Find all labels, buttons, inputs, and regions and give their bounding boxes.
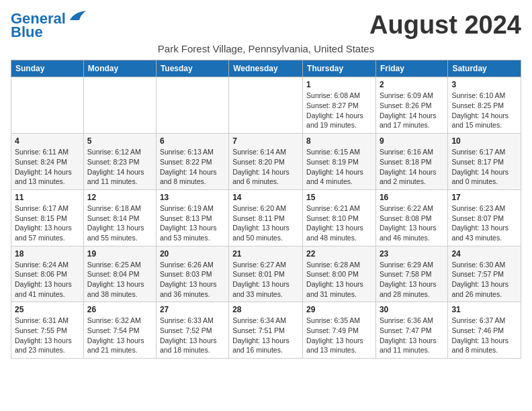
day-cell [229,77,303,134]
day-cell: 29Sunrise: 6:35 AMSunset: 7:49 PMDayligh… [303,302,376,359]
day-info: Sunrise: 6:34 AMSunset: 7:51 PMDaylight:… [232,316,299,355]
day-info: Sunrise: 6:17 AMSunset: 8:17 PMDaylight:… [451,147,517,187]
logo: General Blue [11,11,86,40]
day-cell: 1Sunrise: 6:08 AMSunset: 8:27 PMDaylight… [303,77,376,134]
day-cell: 10Sunrise: 6:17 AMSunset: 8:17 PMDayligh… [448,134,521,190]
calendar-table: SundayMondayTuesdayWednesdayThursdayFrid… [11,60,521,359]
day-number: 3 [451,80,517,89]
day-info: Sunrise: 6:30 AMSunset: 7:57 PMDaylight:… [451,260,517,300]
day-number: 4 [15,136,80,146]
day-cell: 19Sunrise: 6:25 AMSunset: 8:04 PMDayligh… [83,246,156,302]
day-info: Sunrise: 6:15 AMSunset: 8:19 PMDaylight:… [306,147,372,187]
day-number: 18 [15,249,80,259]
col-header-wednesday: Wednesday [229,60,303,77]
day-cell: 21Sunrise: 6:27 AMSunset: 8:01 PMDayligh… [229,246,303,302]
day-cell: 3Sunrise: 6:10 AMSunset: 8:25 PMDaylight… [448,77,521,134]
day-info: Sunrise: 6:09 AMSunset: 8:26 PMDaylight:… [380,91,444,130]
day-cell: 25Sunrise: 6:31 AMSunset: 7:55 PMDayligh… [11,302,84,359]
day-cell: 15Sunrise: 6:21 AMSunset: 8:10 PMDayligh… [303,189,376,246]
day-cell: 28Sunrise: 6:34 AMSunset: 7:51 PMDayligh… [229,302,303,359]
logo-text-blue: Blue [11,24,43,40]
day-info: Sunrise: 6:24 AMSunset: 8:06 PMDaylight:… [15,260,80,300]
day-cell: 17Sunrise: 6:23 AMSunset: 8:07 PMDayligh… [448,189,521,246]
col-header-friday: Friday [375,60,447,77]
logo-bird-icon [67,11,86,23]
day-cell: 18Sunrise: 6:24 AMSunset: 8:06 PMDayligh… [11,246,84,302]
week-row-5: 25Sunrise: 6:31 AMSunset: 7:55 PMDayligh… [11,302,521,359]
day-number: 15 [306,193,372,202]
day-number: 25 [15,305,80,314]
location-title: Park Forest Village, Pennsylvania, Unite… [11,43,521,54]
day-cell: 7Sunrise: 6:14 AMSunset: 8:20 PMDaylight… [229,134,303,190]
day-number: 31 [451,305,517,314]
day-number: 26 [87,305,152,314]
day-cell: 4Sunrise: 6:11 AMSunset: 8:24 PMDaylight… [11,134,84,190]
day-cell: 14Sunrise: 6:20 AMSunset: 8:11 PMDayligh… [229,189,303,246]
week-row-2: 4Sunrise: 6:11 AMSunset: 8:24 PMDaylight… [11,134,521,190]
day-info: Sunrise: 6:27 AMSunset: 8:01 PMDaylight:… [232,260,299,300]
day-cell: 9Sunrise: 6:16 AMSunset: 8:18 PMDaylight… [375,134,447,190]
day-info: Sunrise: 6:29 AMSunset: 7:58 PMDaylight:… [380,260,444,300]
day-number: 20 [160,249,225,259]
col-header-sunday: Sunday [11,60,84,77]
day-cell: 30Sunrise: 6:36 AMSunset: 7:47 PMDayligh… [375,302,447,359]
day-info: Sunrise: 6:35 AMSunset: 7:49 PMDaylight:… [306,316,372,355]
day-cell: 26Sunrise: 6:32 AMSunset: 7:54 PMDayligh… [83,302,156,359]
header: General Blue August 2024 [11,11,521,40]
day-cell: 11Sunrise: 6:17 AMSunset: 8:15 PMDayligh… [11,189,84,246]
day-number: 24 [451,249,517,259]
day-info: Sunrise: 6:23 AMSunset: 8:07 PMDaylight:… [451,203,517,243]
day-cell [83,77,156,134]
day-info: Sunrise: 6:22 AMSunset: 8:08 PMDaylight:… [380,203,444,243]
day-cell [11,77,84,134]
col-header-tuesday: Tuesday [156,60,228,77]
week-row-4: 18Sunrise: 6:24 AMSunset: 8:06 PMDayligh… [11,246,521,302]
day-number: 6 [160,136,225,146]
day-number: 16 [380,193,444,202]
day-info: Sunrise: 6:31 AMSunset: 7:55 PMDaylight:… [15,316,80,355]
day-info: Sunrise: 6:21 AMSunset: 8:10 PMDaylight:… [306,203,372,243]
day-info: Sunrise: 6:16 AMSunset: 8:18 PMDaylight:… [380,147,444,187]
day-cell: 13Sunrise: 6:19 AMSunset: 8:13 PMDayligh… [156,189,228,246]
day-number: 29 [306,305,372,314]
day-cell: 2Sunrise: 6:09 AMSunset: 8:26 PMDaylight… [375,77,447,134]
day-cell: 20Sunrise: 6:26 AMSunset: 8:03 PMDayligh… [156,246,228,302]
day-number: 17 [451,193,517,202]
week-row-3: 11Sunrise: 6:17 AMSunset: 8:15 PMDayligh… [11,189,521,246]
col-header-monday: Monday [83,60,156,77]
day-info: Sunrise: 6:10 AMSunset: 8:25 PMDaylight:… [451,91,517,130]
day-number: 7 [232,136,299,146]
day-cell [156,77,228,134]
day-info: Sunrise: 6:17 AMSunset: 8:15 PMDaylight:… [15,203,80,243]
day-info: Sunrise: 6:13 AMSunset: 8:22 PMDaylight:… [160,147,225,187]
day-info: Sunrise: 6:18 AMSunset: 8:14 PMDaylight:… [87,203,152,243]
day-cell: 5Sunrise: 6:12 AMSunset: 8:23 PMDaylight… [83,134,156,190]
day-number: 13 [160,193,225,202]
day-number: 14 [232,193,299,202]
day-info: Sunrise: 6:26 AMSunset: 8:03 PMDaylight:… [160,260,225,300]
day-info: Sunrise: 6:28 AMSunset: 8:00 PMDaylight:… [306,260,372,300]
day-cell: 16Sunrise: 6:22 AMSunset: 8:08 PMDayligh… [375,189,447,246]
week-row-1: 1Sunrise: 6:08 AMSunset: 8:27 PMDaylight… [11,77,521,134]
day-number: 22 [306,249,372,259]
day-info: Sunrise: 6:36 AMSunset: 7:47 PMDaylight:… [380,316,444,355]
day-number: 12 [87,193,152,202]
day-number: 21 [232,249,299,259]
day-cell: 23Sunrise: 6:29 AMSunset: 7:58 PMDayligh… [375,246,447,302]
day-number: 27 [160,305,225,314]
day-number: 11 [15,193,80,202]
day-info: Sunrise: 6:14 AMSunset: 8:20 PMDaylight:… [232,147,299,187]
day-cell: 24Sunrise: 6:30 AMSunset: 7:57 PMDayligh… [448,246,521,302]
day-cell: 6Sunrise: 6:13 AMSunset: 8:22 PMDaylight… [156,134,228,190]
day-info: Sunrise: 6:08 AMSunset: 8:27 PMDaylight:… [306,91,372,130]
day-info: Sunrise: 6:37 AMSunset: 7:46 PMDaylight:… [451,316,517,355]
calendar-header-row: SundayMondayTuesdayWednesdayThursdayFrid… [11,60,521,77]
day-info: Sunrise: 6:11 AMSunset: 8:24 PMDaylight:… [15,147,80,187]
month-title: August 2024 [369,11,521,40]
day-info: Sunrise: 6:19 AMSunset: 8:13 PMDaylight:… [160,203,225,243]
day-cell: 27Sunrise: 6:33 AMSunset: 7:52 PMDayligh… [156,302,228,359]
col-header-saturday: Saturday [448,60,521,77]
month-heading: August 2024 [369,11,521,40]
day-number: 30 [380,305,444,314]
day-number: 1 [306,80,372,89]
